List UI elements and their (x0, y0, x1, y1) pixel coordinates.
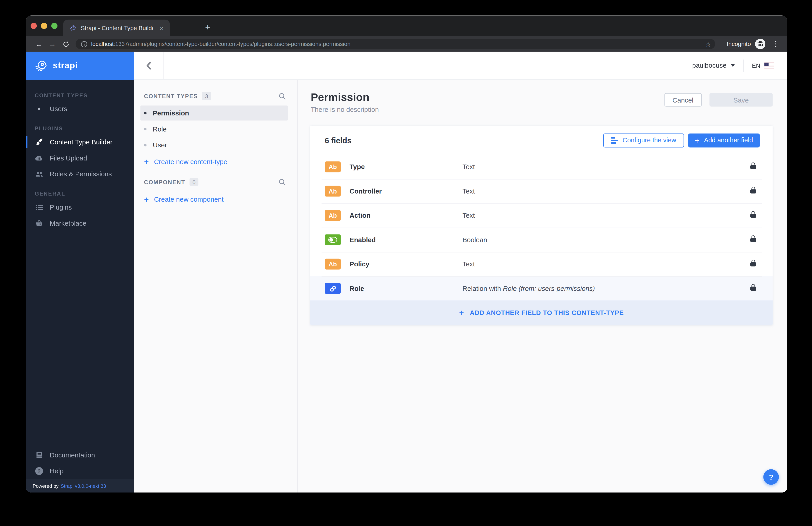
add-field-footer-button[interactable]: + ADD ANOTHER FIELD TO THIS CONTENT-TYPE (310, 301, 772, 325)
field-row-policy[interactable]: Ab Policy Text (310, 252, 772, 276)
content-type-item-user[interactable]: User (140, 138, 288, 152)
help-fab-button[interactable]: ? (763, 469, 779, 485)
lock-icon (750, 238, 756, 242)
field-row-action[interactable]: Ab Action Text (310, 203, 772, 227)
field-row-role[interactable]: Role Relation with Role (from: users-per… (310, 276, 772, 301)
sidebar-item-help[interactable]: ? Help (26, 463, 134, 479)
lock-icon (750, 189, 756, 193)
url-text[interactable]: localhost:1337/admin/plugins/content-typ… (91, 41, 701, 47)
back-icon[interactable]: ← (32, 40, 45, 48)
text-field-icon: Ab (325, 210, 341, 221)
text-field-icon: Ab (325, 259, 341, 270)
url-path: :1337/admin/plugins/content-type-builder… (114, 41, 350, 47)
strapi-admin: strapi CONTENT TYPES Users PLUGINS Conte… (26, 52, 787, 493)
bullet-icon (144, 112, 146, 114)
content-types-panel: CONTENT TYPES 3 Permission Role User (134, 80, 298, 493)
chevron-left-icon (146, 61, 151, 70)
page-header: Permission There is no description Cance… (298, 80, 787, 114)
browser-toolbar: ← → localhost:1337/admin/plugins/content… (26, 36, 787, 52)
minimize-window-button[interactable] (41, 23, 47, 29)
chevron-down-icon[interactable] (731, 64, 735, 66)
sidebar-item-documentation[interactable]: Documentation (26, 447, 134, 463)
bullet-icon (144, 128, 146, 130)
relation-field-icon (325, 283, 341, 294)
sidebar-item-plugins[interactable]: Plugins (26, 199, 134, 215)
strapi-version-link[interactable]: Strapi v3.0.0-next.33 (61, 483, 106, 489)
bookmark-star-icon[interactable]: ☆ (705, 40, 711, 48)
main-sidebar: strapi CONTENT TYPES Users PLUGINS Conte… (26, 52, 134, 493)
close-tab-icon[interactable]: × (158, 24, 166, 32)
sidebar-item-marketplace[interactable]: Marketplace (26, 215, 134, 231)
search-icon[interactable] (279, 178, 286, 185)
screen: Strapi - Content Type Builder × + ← → (0, 0, 812, 526)
field-row-controller[interactable]: Ab Controller Text (310, 179, 772, 203)
favicon-rocket-icon (69, 24, 76, 31)
fields-card: 6 fields Configure the view + Add anothe… (310, 125, 772, 325)
lock-icon (750, 165, 756, 169)
powered-by-bar: Powered by Strapi v3.0.0-next.33 (26, 479, 134, 493)
plus-icon: + (144, 157, 149, 166)
search-icon[interactable] (279, 92, 286, 100)
paintbrush-icon (35, 138, 44, 146)
content-type-item-permission[interactable]: Permission (140, 105, 288, 120)
sliders-icon (611, 137, 618, 144)
save-button[interactable]: Save (709, 93, 772, 106)
content-types-title: CONTENT TYPES (144, 93, 198, 99)
divider (743, 59, 743, 72)
plus-icon: + (459, 309, 464, 317)
browser-tab-bar: Strapi - Content Type Builder × + (26, 16, 787, 36)
content-types-count-badge: 3 (202, 92, 211, 100)
sidebar-item-roles-permissions[interactable]: Roles & Permissions (26, 166, 134, 182)
incognito-avatar-icon[interactable] (755, 39, 766, 49)
boolean-field-icon (325, 234, 341, 245)
component-header: COMPONENT 0 (134, 178, 297, 185)
sidebar-item-files-upload[interactable]: Files Upload (26, 150, 134, 166)
section-label-content-types: CONTENT TYPES (35, 92, 125, 98)
sidebar-item-users[interactable]: Users (26, 101, 134, 117)
user-menu[interactable]: paulbocuse (692, 62, 727, 69)
content-types-header: CONTENT TYPES 3 (134, 92, 297, 100)
refresh-icon[interactable] (59, 41, 72, 47)
close-window-button[interactable] (31, 23, 37, 29)
text-field-icon: Ab (325, 161, 341, 172)
url-bar[interactable]: localhost:1337/admin/plugins/content-typ… (76, 39, 715, 49)
field-row-enabled[interactable]: Enabled Boolean (310, 228, 772, 252)
lock-icon (750, 262, 756, 266)
configure-view-button[interactable]: Configure the view (603, 133, 684, 147)
site-info-icon[interactable] (81, 41, 88, 47)
forward-icon[interactable]: → (45, 40, 59, 48)
section-label-general: GENERAL (35, 190, 125, 196)
field-row-type[interactable]: Ab Type Text (310, 154, 772, 179)
logo-wordmark: strapi (53, 60, 78, 71)
plus-icon: + (144, 195, 149, 204)
us-flag-icon[interactable] (765, 62, 774, 69)
incognito-label: Incognito (727, 41, 751, 47)
back-button[interactable] (134, 52, 163, 79)
add-another-field-button[interactable]: + Add another field (688, 133, 760, 147)
fields-count: 6 fields (325, 136, 351, 145)
fields-list: Ab Type Text Ab Controller Text Ab (310, 154, 772, 301)
zoom-window-button[interactable] (51, 23, 57, 29)
sidebar-item-content-type-builder[interactable]: Content Type Builder (26, 134, 134, 150)
browser-menu-icon[interactable] (770, 41, 781, 47)
component-count-badge: 0 (189, 178, 199, 185)
sidebar-footer: Documentation ? Help Powered by Strapi v… (26, 447, 134, 493)
url-host: localhost (91, 41, 114, 47)
browser-window: Strapi - Content Type Builder × + ← → (26, 16, 787, 493)
fields-card-header: 6 fields Configure the view + Add anothe… (310, 125, 772, 154)
text-field-icon: Ab (325, 186, 341, 197)
users-group-icon (35, 171, 44, 177)
language-label: EN (752, 62, 760, 69)
cloud-upload-icon (35, 155, 44, 161)
strapi-logo[interactable]: strapi (26, 52, 134, 80)
cancel-button[interactable]: Cancel (664, 93, 702, 106)
question-circle-icon: ? (35, 467, 44, 475)
page-subtitle: There is no description (310, 105, 379, 113)
window-controls (31, 23, 58, 29)
create-component-link[interactable]: + Create new component (144, 192, 297, 208)
new-tab-button[interactable]: + (201, 20, 214, 34)
browser-tab[interactable]: Strapi - Content Type Builder × (63, 20, 170, 36)
content-type-item-role[interactable]: Role (140, 122, 288, 136)
strapi-rocket-icon (34, 59, 48, 73)
create-content-type-link[interactable]: + Create new content-type (144, 154, 297, 170)
